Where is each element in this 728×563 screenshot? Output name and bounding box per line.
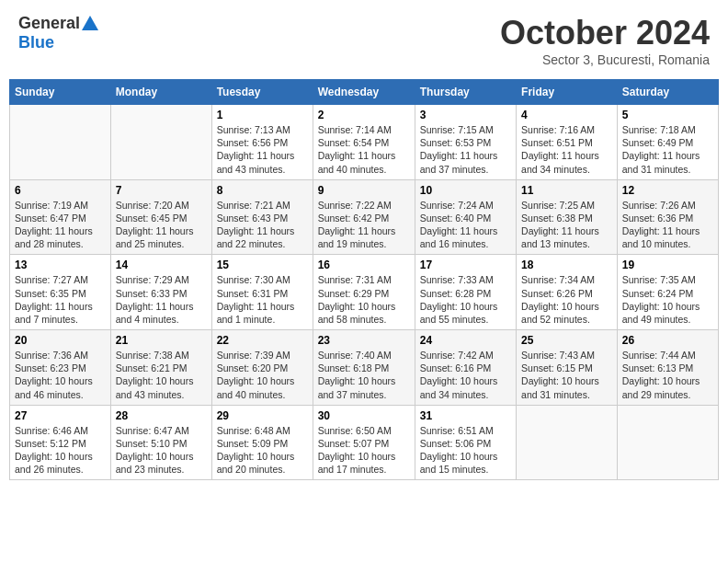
day-number: 14 xyxy=(116,259,207,271)
day-number: 15 xyxy=(217,259,308,271)
day-number: 24 xyxy=(420,334,511,347)
calendar-week-row: 6Sunrise: 7:19 AM Sunset: 6:47 PM Daylig… xyxy=(10,179,719,255)
day-info: Sunrise: 7:34 AM Sunset: 6:26 PM Dayligh… xyxy=(521,273,612,326)
day-info: Sunrise: 7:14 AM Sunset: 6:54 PM Dayligh… xyxy=(318,123,410,176)
day-info: Sunrise: 7:36 AM Sunset: 6:23 PM Dayligh… xyxy=(15,349,106,401)
calendar-cell xyxy=(110,105,211,180)
day-number: 25 xyxy=(521,334,612,347)
calendar-cell xyxy=(517,405,618,480)
day-info: Sunrise: 7:30 AM Sunset: 6:31 PM Dayligh… xyxy=(217,273,308,326)
day-number: 6 xyxy=(15,184,106,197)
day-number: 20 xyxy=(15,334,106,347)
day-info: Sunrise: 7:31 AM Sunset: 6:29 PM Dayligh… xyxy=(318,273,410,326)
day-number: 12 xyxy=(622,184,713,197)
day-number: 1 xyxy=(217,109,308,121)
day-info: Sunrise: 7:33 AM Sunset: 6:28 PM Dayligh… xyxy=(420,273,511,326)
calendar-week-row: 20Sunrise: 7:36 AM Sunset: 6:23 PM Dayli… xyxy=(10,330,719,406)
calendar-cell: 8Sunrise: 7:21 AM Sunset: 6:43 PM Daylig… xyxy=(211,179,313,255)
calendar-cell xyxy=(10,105,111,180)
calendar-cell: 22Sunrise: 7:39 AM Sunset: 6:20 PM Dayli… xyxy=(211,330,313,406)
day-info: Sunrise: 7:25 AM Sunset: 6:38 PM Dayligh… xyxy=(521,199,612,251)
day-number: 30 xyxy=(318,409,410,422)
title-area: October 2024 Sector 3, Bucuresti, Romani… xyxy=(500,14,710,67)
calendar-cell: 28Sunrise: 6:47 AM Sunset: 5:10 PM Dayli… xyxy=(110,405,211,480)
day-number: 10 xyxy=(420,184,511,197)
day-info: Sunrise: 7:15 AM Sunset: 6:53 PM Dayligh… xyxy=(420,123,511,176)
calendar-cell: 25Sunrise: 7:43 AM Sunset: 6:15 PM Dayli… xyxy=(517,330,618,406)
calendar-cell: 24Sunrise: 7:42 AM Sunset: 6:16 PM Dayli… xyxy=(415,330,516,406)
day-info: Sunrise: 7:13 AM Sunset: 6:56 PM Dayligh… xyxy=(217,123,308,176)
day-info: Sunrise: 7:44 AM Sunset: 6:13 PM Dayligh… xyxy=(622,349,713,401)
day-number: 31 xyxy=(420,409,511,422)
column-header-thursday: Thursday xyxy=(415,80,516,105)
day-info: Sunrise: 7:38 AM Sunset: 6:21 PM Dayligh… xyxy=(116,349,207,401)
day-number: 3 xyxy=(420,109,511,121)
calendar-cell: 27Sunrise: 6:46 AM Sunset: 5:12 PM Dayli… xyxy=(10,405,111,480)
calendar-week-row: 27Sunrise: 6:46 AM Sunset: 5:12 PM Dayli… xyxy=(10,405,719,480)
logo-general-text: General xyxy=(18,14,80,33)
calendar-cell: 1Sunrise: 7:13 AM Sunset: 6:56 PM Daylig… xyxy=(211,105,313,180)
calendar-cell: 4Sunrise: 7:16 AM Sunset: 6:51 PM Daylig… xyxy=(517,105,618,180)
day-info: Sunrise: 7:26 AM Sunset: 6:36 PM Dayligh… xyxy=(622,199,713,251)
day-info: Sunrise: 7:22 AM Sunset: 6:42 PM Dayligh… xyxy=(318,199,410,251)
calendar-cell: 26Sunrise: 7:44 AM Sunset: 6:13 PM Dayli… xyxy=(617,330,718,406)
column-header-friday: Friday xyxy=(517,80,618,105)
day-number: 21 xyxy=(116,334,207,347)
day-info: Sunrise: 6:47 AM Sunset: 5:10 PM Dayligh… xyxy=(116,424,207,477)
calendar-cell: 10Sunrise: 7:24 AM Sunset: 6:40 PM Dayli… xyxy=(415,179,516,255)
day-number: 7 xyxy=(116,184,207,197)
column-header-tuesday: Tuesday xyxy=(211,80,313,105)
day-number: 27 xyxy=(15,409,106,422)
day-info: Sunrise: 6:48 AM Sunset: 5:09 PM Dayligh… xyxy=(217,424,308,477)
column-header-sunday: Sunday xyxy=(10,80,111,105)
day-number: 4 xyxy=(521,109,612,121)
day-info: Sunrise: 7:20 AM Sunset: 6:45 PM Dayligh… xyxy=(116,199,207,251)
calendar-cell: 6Sunrise: 7:19 AM Sunset: 6:47 PM Daylig… xyxy=(10,179,111,255)
day-number: 5 xyxy=(622,109,713,121)
logo-blue-text: Blue xyxy=(18,33,54,52)
column-header-monday: Monday xyxy=(110,80,211,105)
day-number: 29 xyxy=(217,409,308,422)
month-title: October 2024 xyxy=(500,14,710,52)
calendar-table: SundayMondayTuesdayWednesdayThursdayFrid… xyxy=(9,79,719,480)
day-number: 28 xyxy=(116,409,207,422)
logo: General Blue xyxy=(18,14,98,52)
calendar-cell: 7Sunrise: 7:20 AM Sunset: 6:45 PM Daylig… xyxy=(110,179,211,255)
calendar-header-row: SundayMondayTuesdayWednesdayThursdayFrid… xyxy=(10,80,719,105)
day-number: 16 xyxy=(318,259,410,271)
calendar-cell: 5Sunrise: 7:18 AM Sunset: 6:49 PM Daylig… xyxy=(617,105,718,180)
calendar-cell: 14Sunrise: 7:29 AM Sunset: 6:33 PM Dayli… xyxy=(110,255,211,330)
calendar-cell: 11Sunrise: 7:25 AM Sunset: 6:38 PM Dayli… xyxy=(517,179,618,255)
column-header-saturday: Saturday xyxy=(617,80,718,105)
day-number: 22 xyxy=(217,334,308,347)
day-info: Sunrise: 7:27 AM Sunset: 6:35 PM Dayligh… xyxy=(15,273,106,326)
day-info: Sunrise: 7:21 AM Sunset: 6:43 PM Dayligh… xyxy=(217,199,308,251)
day-info: Sunrise: 7:35 AM Sunset: 6:24 PM Dayligh… xyxy=(622,273,713,326)
calendar-cell: 31Sunrise: 6:51 AM Sunset: 5:06 PM Dayli… xyxy=(415,405,516,480)
day-info: Sunrise: 7:42 AM Sunset: 6:16 PM Dayligh… xyxy=(420,349,511,401)
calendar-cell: 12Sunrise: 7:26 AM Sunset: 6:36 PM Dayli… xyxy=(617,179,718,255)
calendar-cell: 19Sunrise: 7:35 AM Sunset: 6:24 PM Dayli… xyxy=(617,255,718,330)
calendar-cell: 18Sunrise: 7:34 AM Sunset: 6:26 PM Dayli… xyxy=(517,255,618,330)
calendar-cell: 29Sunrise: 6:48 AM Sunset: 5:09 PM Dayli… xyxy=(211,405,313,480)
day-number: 19 xyxy=(622,259,713,271)
calendar-cell: 23Sunrise: 7:40 AM Sunset: 6:18 PM Dayli… xyxy=(313,330,415,406)
day-number: 2 xyxy=(318,109,410,121)
day-info: Sunrise: 7:43 AM Sunset: 6:15 PM Dayligh… xyxy=(521,349,612,401)
calendar-cell: 17Sunrise: 7:33 AM Sunset: 6:28 PM Dayli… xyxy=(415,255,516,330)
day-info: Sunrise: 7:16 AM Sunset: 6:51 PM Dayligh… xyxy=(521,123,612,176)
day-number: 26 xyxy=(622,334,713,347)
calendar-cell: 30Sunrise: 6:50 AM Sunset: 5:07 PM Dayli… xyxy=(313,405,415,480)
calendar-week-row: 1Sunrise: 7:13 AM Sunset: 6:56 PM Daylig… xyxy=(10,105,719,180)
day-info: Sunrise: 7:18 AM Sunset: 6:49 PM Dayligh… xyxy=(622,123,713,176)
calendar-cell: 13Sunrise: 7:27 AM Sunset: 6:35 PM Dayli… xyxy=(10,255,111,330)
svg-marker-0 xyxy=(82,16,98,30)
day-number: 13 xyxy=(15,259,106,271)
calendar-cell: 15Sunrise: 7:30 AM Sunset: 6:31 PM Dayli… xyxy=(211,255,313,330)
calendar-cell: 2Sunrise: 7:14 AM Sunset: 6:54 PM Daylig… xyxy=(313,105,415,180)
day-number: 8 xyxy=(217,184,308,197)
day-number: 23 xyxy=(318,334,410,347)
day-info: Sunrise: 7:24 AM Sunset: 6:40 PM Dayligh… xyxy=(420,199,511,251)
calendar-cell: 20Sunrise: 7:36 AM Sunset: 6:23 PM Dayli… xyxy=(10,330,111,406)
calendar-cell xyxy=(617,405,718,480)
